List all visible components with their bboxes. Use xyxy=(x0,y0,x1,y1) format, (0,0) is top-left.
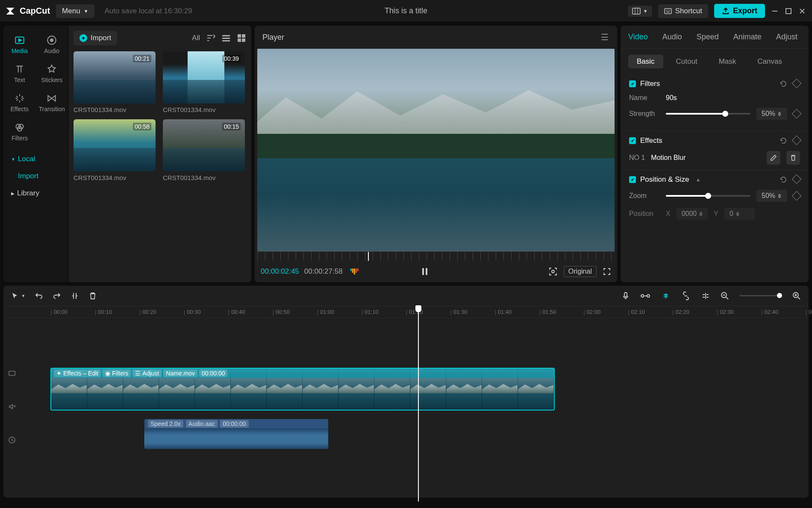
align-button[interactable] xyxy=(701,292,710,300)
tool-stickers[interactable]: Stickers xyxy=(36,59,68,88)
filter-all[interactable]: All xyxy=(192,34,200,42)
tab-adjust[interactable]: Adjust xyxy=(776,32,797,41)
chevron-up-icon[interactable]: ▲ xyxy=(696,177,700,182)
subtab-mask[interactable]: Mask xyxy=(710,55,745,68)
undo-button[interactable] xyxy=(35,292,43,300)
zoom-value[interactable]: 50% xyxy=(756,190,787,202)
delete-button[interactable] xyxy=(88,292,97,300)
tab-animate[interactable]: Animate xyxy=(733,32,762,41)
keyframe-icon[interactable] xyxy=(792,191,802,201)
project-title[interactable]: This is a title xyxy=(385,6,427,15)
player-pane: Player ☰ 00:00:02:45 00:00:27:58 Origina… xyxy=(255,26,617,282)
app-logo: CapCut xyxy=(6,6,50,16)
strength-value[interactable]: 50% xyxy=(756,108,787,120)
pos-y-value[interactable]: 0 xyxy=(724,208,755,220)
time-current: 00:00:02:45 xyxy=(261,267,299,276)
zoom-slider[interactable] xyxy=(739,295,782,296)
magnet-button[interactable] xyxy=(640,292,650,300)
tool-audio[interactable]: Audio xyxy=(36,30,68,59)
tool-effects[interactable]: Effects xyxy=(3,88,36,117)
audio-speed-chip: Speed 2.0x xyxy=(148,420,183,428)
tool-text[interactable]: Text xyxy=(3,59,36,88)
shortcut-button[interactable]: Shortcut xyxy=(658,4,708,18)
svg-rect-29 xyxy=(624,292,627,297)
tab-video[interactable]: Video xyxy=(628,32,648,41)
minimize-icon[interactable] xyxy=(771,7,779,15)
media-item[interactable]: 00:58 CRST001334.mov xyxy=(74,119,157,181)
audio-name: Audio.aac xyxy=(186,420,218,428)
original-button[interactable]: Original xyxy=(564,266,597,277)
reset-icon[interactable] xyxy=(780,137,787,145)
tool-filters[interactable]: Filters xyxy=(3,117,36,146)
select-tool[interactable]: ▼ xyxy=(11,292,25,300)
subtab-basic[interactable]: Basic xyxy=(628,55,663,68)
playhead[interactable] xyxy=(418,306,419,502)
menu-button[interactable]: Menu ▼ xyxy=(56,4,94,18)
nav-local[interactable]: ▼Local xyxy=(3,151,68,168)
track-mute-icon[interactable] xyxy=(8,403,16,411)
video-clip[interactable]: ✦ Effects – Edit ◉ Filters ☰ Adjust Name… xyxy=(50,368,555,411)
player-menu-icon[interactable]: ☰ xyxy=(601,32,609,42)
section-effects: ✓ Effects NO 1 Motion Blur xyxy=(621,131,809,170)
checkbox-icon[interactable]: ✓ xyxy=(629,176,636,183)
player-ruler[interactable] xyxy=(257,251,615,261)
media-item[interactable]: 00:21 CRST001334.mov xyxy=(74,51,157,113)
svg-point-4 xyxy=(666,10,667,11)
filters-icon xyxy=(14,122,25,133)
clip-chip-filters[interactable]: ◉ Filters xyxy=(103,369,131,377)
close-icon[interactable] xyxy=(798,7,806,15)
timeline-ruler[interactable]: 00:0000:1000:2000:3000:4000:5001:0001:10… xyxy=(3,306,809,318)
effects-icon xyxy=(14,93,25,104)
subtab-canvas[interactable]: Canvas xyxy=(749,55,791,68)
grid-view-icon[interactable] xyxy=(237,33,246,43)
zoom-in-button[interactable] xyxy=(792,292,801,300)
keyframe-icon[interactable] xyxy=(792,136,802,145)
chain-button[interactable] xyxy=(681,292,691,300)
link-button[interactable] xyxy=(661,292,671,300)
import-button[interactable]: + Import xyxy=(74,31,117,45)
svg-rect-21 xyxy=(222,40,230,41)
svg-rect-24 xyxy=(238,38,241,42)
player-viewport[interactable] xyxy=(257,49,615,251)
ruler-tick: 02:00 xyxy=(583,309,600,315)
zoom-slider[interactable] xyxy=(666,195,750,197)
pos-x-value[interactable]: 0000 xyxy=(677,208,708,220)
keyframe-icon[interactable] xyxy=(792,79,802,89)
redo-button[interactable] xyxy=(53,292,61,300)
nav-import[interactable]: Import xyxy=(3,168,68,185)
tab-audio[interactable]: Audio xyxy=(662,32,682,41)
nav-library[interactable]: ▶Library xyxy=(3,185,68,202)
sort-icon[interactable] xyxy=(206,33,215,43)
keyframe-icon[interactable] xyxy=(792,174,802,184)
list-view-icon[interactable] xyxy=(221,33,231,43)
strength-slider[interactable] xyxy=(666,113,750,115)
track-clock-icon[interactable] xyxy=(8,436,16,444)
tool-transition[interactable]: Transition xyxy=(36,88,68,117)
tab-speed[interactable]: Speed xyxy=(697,32,719,41)
export-button[interactable]: Export xyxy=(714,4,765,18)
reset-icon[interactable] xyxy=(780,176,787,183)
maximize-icon[interactable] xyxy=(785,7,792,15)
checkbox-icon[interactable]: ✓ xyxy=(629,80,636,87)
subtab-cutout[interactable]: Cutout xyxy=(668,55,706,68)
mic-button[interactable] xyxy=(621,292,630,300)
delete-effect-button[interactable] xyxy=(786,151,800,165)
keyframe-icon[interactable] xyxy=(792,109,802,119)
split-button[interactable] xyxy=(71,292,79,300)
audio-clip[interactable]: Speed 2.0x Audio.aac 00:00:00 xyxy=(144,419,328,449)
svg-rect-0 xyxy=(633,8,640,14)
tool-media[interactable]: Media xyxy=(3,30,36,59)
pause-button[interactable] xyxy=(420,267,430,276)
media-item[interactable]: 00:15 CRST001334.mov xyxy=(163,119,246,181)
track-video-icon[interactable] xyxy=(8,369,16,377)
media-item[interactable]: 00:39 CRST001334.mov xyxy=(163,51,246,113)
fullscreen-icon[interactable] xyxy=(603,267,611,276)
clip-chip-adjust[interactable]: ☰ Adjust xyxy=(132,369,162,377)
scan-icon[interactable] xyxy=(548,267,558,276)
checkbox-icon[interactable]: ✓ xyxy=(629,137,636,144)
aspect-ratio-button[interactable]: ▼ xyxy=(628,6,652,17)
clip-chip-effects[interactable]: ✦ Effects – Edit xyxy=(54,369,101,377)
reset-icon[interactable] xyxy=(780,80,787,88)
edit-effect-button[interactable] xyxy=(767,151,780,165)
zoom-out-button[interactable] xyxy=(721,292,729,300)
